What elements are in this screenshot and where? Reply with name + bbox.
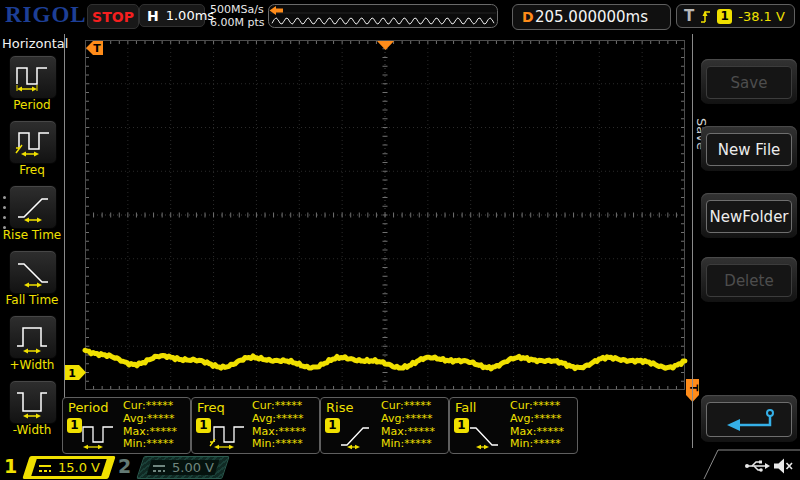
dc-coupling-icon: [38, 463, 52, 473]
trigger-level-marker-label: T: [688, 385, 699, 392]
measurement-fall-label: Fall: [455, 400, 476, 415]
measurement-freq-avg: Avg:*****: [252, 413, 306, 426]
usb-icon: [744, 458, 770, 474]
channel1-status[interactable]: 15.0 V: [22, 456, 115, 479]
measurement-period-cur: Cur:*****: [123, 400, 177, 413]
new-file-button[interactable]: New File: [701, 126, 797, 171]
measurement-freq-min: Min:*****: [252, 438, 306, 451]
measurement-freq-label: Freq: [197, 400, 225, 415]
measurement-rise-cur: Cur:*****: [381, 400, 435, 413]
new-folder-button[interactable]: NewFolder: [701, 193, 797, 238]
new-folder-button-label: NewFolder: [706, 200, 792, 233]
measurement-rise-min: Min:*****: [381, 438, 435, 451]
delete-button-label: Delete: [706, 264, 792, 297]
channel2-status[interactable]: 5.00 V: [136, 456, 229, 479]
trigger-position-icon: [377, 41, 394, 50]
channel2-number[interactable]: 2: [118, 455, 131, 477]
measurement-rise-label: Rise: [326, 400, 353, 415]
dc-coupling-icon: [152, 463, 166, 473]
measurement-period-min: Min:*****: [123, 438, 177, 451]
measurement-fall-cur: Cur:*****: [510, 400, 564, 413]
save-button[interactable]: Save: [701, 59, 797, 104]
save-button-label: Save: [706, 66, 792, 99]
measurement-box-fall: Fall 1 Cur:***** Avg:***** Max:***** Min…: [449, 397, 578, 454]
freq-icon: [209, 418, 249, 450]
measurement-fall-avg: Avg:*****: [510, 413, 564, 426]
speaker-muted-icon: [772, 457, 794, 475]
channel1-number[interactable]: 1: [4, 455, 17, 477]
delete-button[interactable]: Delete: [701, 257, 797, 302]
measurement-period-label: Period: [68, 400, 109, 415]
measurement-fall-min: Min:*****: [510, 438, 564, 451]
channel1-ground-marker-label: 1: [68, 367, 76, 380]
rise-time-icon: [338, 418, 378, 450]
channel1-scale: 15.0 V: [58, 460, 100, 475]
channel2-scale: 5.00 V: [172, 460, 214, 475]
period-icon: [80, 418, 120, 450]
measurement-freq-cur: Cur:*****: [252, 400, 306, 413]
measurement-box-period: Period 1 Cur:***** Avg:***** Max:***** M…: [62, 397, 191, 454]
trigger-position-marker-label: T: [93, 42, 101, 55]
fall-time-icon: [467, 418, 507, 450]
measurement-period-avg: Avg:*****: [123, 413, 177, 426]
measurement-box-rise: Rise 1 Cur:***** Avg:***** Max:***** Min…: [320, 397, 449, 454]
measurement-rise-avg: Avg:*****: [381, 413, 435, 426]
menu-back-button[interactable]: [701, 395, 797, 442]
measurement-box-freq: Freq 1 Cur:***** Avg:***** Max:***** Min…: [191, 397, 320, 454]
new-file-button-label: New File: [706, 133, 792, 166]
return-arrow-icon: [718, 406, 780, 434]
